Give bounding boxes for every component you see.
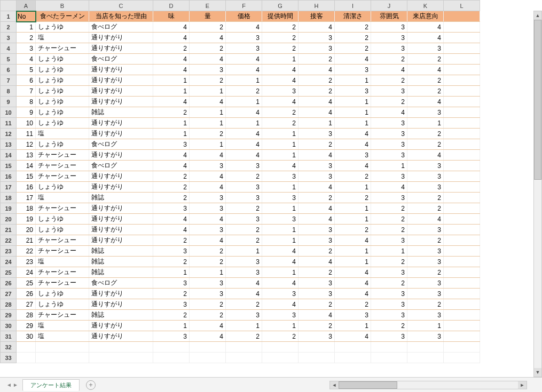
- cell[interactable]: 1: [335, 246, 371, 257]
- header-cell[interactable]: No: [17, 11, 36, 22]
- row-header[interactable]: 4: [1, 43, 17, 54]
- row-header[interactable]: 29: [1, 310, 17, 321]
- cell[interactable]: 4: [190, 150, 226, 161]
- cell[interactable]: しょうゆ: [36, 182, 89, 193]
- cell[interactable]: 23: [17, 257, 36, 267]
- cell[interactable]: 4: [371, 65, 407, 75]
- cell[interactable]: 通りすがり: [89, 203, 153, 214]
- cell[interactable]: 4: [17, 54, 36, 65]
- cell[interactable]: 19: [17, 214, 36, 225]
- tab-nav-prev-icon[interactable]: ◄: [6, 382, 12, 388]
- cell[interactable]: 1: [335, 107, 371, 118]
- cell[interactable]: 3: [371, 33, 407, 43]
- cell[interactable]: 4: [262, 65, 299, 75]
- tab-nav-next-icon[interactable]: ►: [13, 382, 18, 388]
- cell[interactable]: [299, 353, 335, 363]
- header-cell[interactable]: 来店意向: [407, 11, 444, 22]
- cell[interactable]: 1: [153, 321, 190, 331]
- cell[interactable]: 通りすがり: [89, 182, 153, 193]
- cell[interactable]: チャーシュー: [36, 235, 89, 246]
- cell[interactable]: 30: [17, 331, 36, 342]
- cell[interactable]: しょうゆ: [36, 289, 89, 299]
- cell[interactable]: 2: [371, 257, 407, 267]
- cell[interactable]: 2: [226, 235, 262, 246]
- cell[interactable]: 17: [17, 193, 36, 203]
- cell[interactable]: 1: [262, 139, 299, 150]
- cell[interactable]: 3: [190, 278, 226, 289]
- row-header[interactable]: 12: [1, 129, 17, 139]
- header-cell[interactable]: 味: [153, 11, 190, 22]
- cell[interactable]: 2: [407, 203, 444, 214]
- cell[interactable]: 雑誌: [89, 107, 153, 118]
- cell[interactable]: 2: [262, 331, 299, 342]
- cell[interactable]: 1: [153, 118, 190, 129]
- cell[interactable]: 3: [371, 150, 407, 161]
- cell[interactable]: 4: [190, 97, 226, 107]
- cell[interactable]: 3: [371, 171, 407, 182]
- cell[interactable]: 2: [153, 257, 190, 267]
- cell[interactable]: 4: [407, 33, 444, 43]
- cell[interactable]: 3: [153, 331, 190, 342]
- cell[interactable]: 4: [153, 65, 190, 75]
- cell[interactable]: 2: [371, 75, 407, 86]
- cell[interactable]: [190, 353, 226, 363]
- row-header[interactable]: 32: [1, 342, 17, 353]
- cell[interactable]: 4: [190, 331, 226, 342]
- cell[interactable]: 4: [299, 214, 335, 225]
- cell[interactable]: 3: [335, 86, 371, 97]
- cell[interactable]: 15: [17, 171, 36, 182]
- cell[interactable]: 3: [226, 214, 262, 225]
- cell[interactable]: 2: [407, 299, 444, 310]
- cell[interactable]: 通りすがり: [89, 214, 153, 225]
- cell[interactable]: 1: [190, 139, 226, 150]
- cell[interactable]: 4: [153, 161, 190, 171]
- cell[interactable]: 2: [190, 257, 226, 267]
- cell[interactable]: 食べログ: [89, 278, 153, 289]
- cell[interactable]: チャーシュー: [36, 203, 89, 214]
- vertical-scrollbar[interactable]: ▲ ▼: [533, 11, 542, 377]
- cell[interactable]: 1: [153, 86, 190, 97]
- cell[interactable]: 2: [371, 321, 407, 331]
- cell[interactable]: 通りすがり: [89, 33, 153, 43]
- cell[interactable]: チャーシュー: [36, 267, 89, 278]
- cell[interactable]: 3: [226, 193, 262, 203]
- cell[interactable]: 4: [262, 161, 299, 171]
- cell[interactable]: しょうゆ: [36, 75, 89, 86]
- cell[interactable]: 2: [153, 107, 190, 118]
- cell[interactable]: [444, 214, 480, 225]
- cell[interactable]: [444, 43, 480, 54]
- cell[interactable]: 3: [153, 203, 190, 214]
- cell[interactable]: [444, 289, 480, 299]
- cell[interactable]: 16: [17, 182, 36, 193]
- cell[interactable]: [17, 342, 36, 353]
- cell[interactable]: 3: [371, 193, 407, 203]
- cell[interactable]: 4: [153, 54, 190, 65]
- cell[interactable]: 4: [299, 65, 335, 75]
- cell[interactable]: 2: [153, 182, 190, 193]
- cell[interactable]: 1: [262, 203, 299, 214]
- cell[interactable]: 2: [299, 139, 335, 150]
- cell[interactable]: 3: [299, 289, 335, 299]
- cell[interactable]: 1: [226, 75, 262, 86]
- cell[interactable]: 4: [262, 75, 299, 86]
- cell[interactable]: 4: [153, 22, 190, 33]
- cell[interactable]: [444, 203, 480, 214]
- cell[interactable]: 4: [262, 97, 299, 107]
- cell[interactable]: しょうゆ: [36, 86, 89, 97]
- cell[interactable]: [444, 107, 480, 118]
- header-cell[interactable]: 価格: [226, 11, 262, 22]
- header-cell[interactable]: 食べたラーメン: [36, 11, 89, 22]
- row-header[interactable]: 20: [1, 214, 17, 225]
- cell[interactable]: [444, 22, 480, 33]
- cell[interactable]: [444, 129, 480, 139]
- cell[interactable]: 3: [407, 107, 444, 118]
- cell[interactable]: [444, 171, 480, 182]
- cell[interactable]: 3: [371, 289, 407, 299]
- cell[interactable]: [444, 86, 480, 97]
- cell[interactable]: 2: [262, 22, 299, 33]
- cell[interactable]: 雑誌: [89, 267, 153, 278]
- cell[interactable]: 1: [262, 54, 299, 65]
- cell[interactable]: 通りすがり: [89, 43, 153, 54]
- cell[interactable]: 2: [299, 54, 335, 65]
- cell[interactable]: 4: [190, 54, 226, 65]
